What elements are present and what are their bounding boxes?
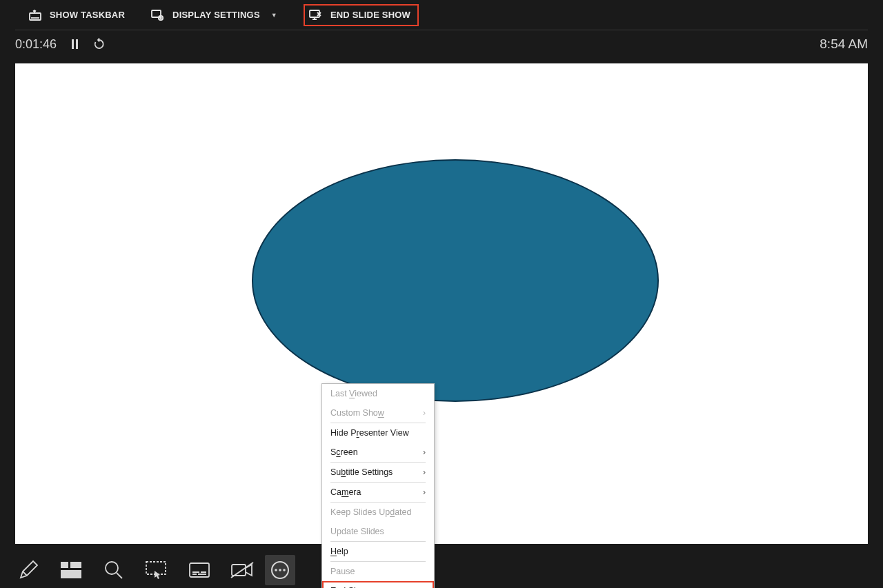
show-taskbar-label: SHOW TASKBAR (50, 10, 125, 20)
svg-rect-10 (232, 565, 246, 576)
svg-rect-5 (61, 562, 68, 568)
end-slide-show-button[interactable]: END SLIDE SHOW (304, 4, 419, 26)
monitor-cursor-icon (145, 560, 168, 580)
svg-point-3 (160, 17, 161, 19)
svg-point-13 (279, 569, 281, 571)
display-settings-label: DISPLAY SETTINGS (172, 10, 260, 20)
zoom-button[interactable] (94, 555, 134, 585)
menu-hide-presenter-view[interactable]: Hide Presenter View (322, 423, 434, 443)
chevron-right-icon: › (423, 467, 426, 477)
pen-icon (18, 560, 39, 580)
end-slide-show-label: END SLIDE SHOW (330, 10, 410, 20)
status-left: 0:01:46 (15, 37, 106, 52)
svg-rect-0 (30, 13, 41, 20)
menu-custom-show: Custom Show › (322, 403, 434, 423)
see-all-slides-button[interactable] (51, 555, 91, 585)
menu-screen[interactable]: Screen › (322, 443, 434, 462)
pen-tool-button[interactable] (8, 555, 48, 585)
slides-grid-icon (59, 560, 83, 580)
presenter-view-app: SHOW TASKBAR DISPLAY SETTINGS END SLIDE … (0, 0, 883, 588)
menu-help[interactable]: Help (322, 542, 434, 561)
magnifier-icon (103, 560, 124, 580)
clock: 8:54 AM (820, 37, 868, 52)
svg-point-12 (275, 569, 277, 571)
status-row: 0:01:46 8:54 AM (0, 30, 883, 58)
toggle-subtitles-button[interactable] (179, 555, 219, 585)
end-slideshow-icon (309, 10, 322, 21)
top-toolbar: SHOW TASKBAR DISPLAY SETTINGS END SLIDE … (15, 0, 868, 30)
svg-rect-9 (190, 563, 209, 577)
black-screen-button[interactable] (137, 555, 177, 585)
svg-rect-6 (70, 562, 81, 568)
camera-off-icon (230, 561, 254, 579)
display-settings-icon (151, 10, 164, 21)
current-slide[interactable]: Last Viewed Custom Show › Hide Presenter… (15, 63, 868, 544)
menu-last-viewed: Last Viewed (322, 384, 434, 403)
menu-camera[interactable]: Camera › (322, 483, 434, 502)
slide-area: Last Viewed Custom Show › Hide Presenter… (0, 58, 883, 552)
restart-button[interactable] (93, 38, 106, 50)
svg-point-8 (106, 562, 118, 574)
svg-rect-7 (61, 570, 81, 578)
more-icon (270, 560, 290, 580)
show-taskbar-button[interactable]: SHOW TASKBAR (29, 10, 125, 21)
taskbar-icon (29, 10, 41, 21)
menu-subtitle-settings[interactable]: Subtitle Settings › (322, 463, 434, 482)
chevron-right-icon: › (423, 447, 426, 457)
chevron-right-icon: › (423, 487, 426, 497)
presentation-timer: 0:01:46 (15, 37, 57, 52)
menu-pause: Pause (322, 562, 434, 581)
bottom-toolbar (0, 552, 883, 588)
menu-keep-slides-updated: Keep Slides Updated (322, 503, 434, 522)
slide-ellipse-shape (252, 159, 659, 402)
subtitles-icon (188, 562, 210, 578)
more-options-button[interactable] (265, 555, 295, 585)
menu-end-show[interactable]: End Show (322, 581, 434, 588)
display-settings-button[interactable]: DISPLAY SETTINGS (151, 10, 277, 21)
chevron-right-icon: › (423, 408, 426, 418)
camera-off-button[interactable] (222, 555, 262, 585)
menu-update-slides: Update Slides (322, 522, 434, 541)
pause-button[interactable] (72, 39, 78, 49)
svg-point-14 (283, 569, 286, 571)
context-menu: Last Viewed Custom Show › Hide Presenter… (321, 383, 435, 588)
